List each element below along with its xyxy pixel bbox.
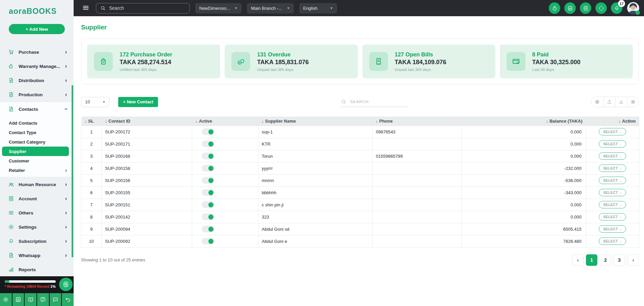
table-action-button[interactable] [591,97,603,107]
select-button[interactable]: SELECT ↓ [599,225,626,233]
select-button[interactable]: SELECT ↓ [599,140,626,148]
topbar-search-input[interactable] [109,5,185,11]
topbar-icon-button[interactable] [580,2,591,14]
active-toggle[interactable] [202,141,214,147]
sort-arrow-icon: ↓ [262,119,264,124]
prev-page-button[interactable]: ‹ [572,254,584,266]
active-toggle[interactable] [202,165,214,172]
cell-balance: 0.000 [462,150,586,162]
quick-tile-button[interactable] [37,293,49,306]
cell-active [192,138,258,150]
quick-tile-button[interactable] [25,293,36,306]
sidebar-item[interactable]: Purchase › [0,45,74,59]
bag-check-icon [99,57,108,66]
topbar-icon-button[interactable] [564,2,576,14]
topbar-dropdown[interactable]: Main Branch -... ▼ [247,3,293,14]
active-toggle[interactable] [202,153,214,159]
sidebar-scrollbar[interactable] [72,85,73,257]
submenu-item[interactable]: Customer [0,156,74,165]
sidebar-item[interactable]: Settings › [0,220,74,234]
page-button[interactable]: 1 [586,254,597,266]
topbar-dropdown[interactable]: NewDimensio... ▼ [195,3,241,14]
active-toggle[interactable] [202,213,214,220]
user-avatar[interactable] [627,2,639,14]
sidebar-item[interactable]: Warranty Manage... › [0,59,74,73]
gear-icon [8,224,14,230]
sidebar-item[interactable]: Distribution › [0,73,74,87]
table-search-input[interactable] [350,99,408,104]
table-row: 2 SUP-200171 KTR 0.000 SELECT [81,138,639,150]
add-new-button[interactable]: + Add New [9,24,65,34]
filter-fab-button[interactable] [59,278,73,291]
summary-card: 172 Purchase Order TAKA 258,274.514 Unfi… [87,45,220,78]
sidebar-item[interactable]: Subscription › [0,234,74,248]
hamburger-menu-button[interactable] [82,4,90,12]
active-toggle[interactable] [202,177,214,184]
sidebar-item[interactable]: Reports [0,262,74,277]
caret-down-icon: ↓ [620,190,622,195]
cell-balance: -232.000 [462,162,586,174]
sidebar-item-contacts[interactable]: Contacts › [0,102,74,116]
active-toggle[interactable] [202,128,214,135]
sidebar-item[interactable]: Production › [0,87,74,102]
header-sl[interactable]: ↓SL [81,117,102,126]
table-action-button[interactable] [615,97,627,107]
header-contact-id[interactable]: ↓Contact ID [102,117,192,126]
sidebar-item[interactable]: Others › [0,206,74,220]
app-root: aoraBOOKS + Add New Purchase › Warranty … [0,0,644,306]
document-icon [8,92,14,98]
summary-card-title: 127 Open Bills [395,51,446,58]
select-button[interactable]: SELECT ↓ [599,237,626,245]
active-toggle[interactable] [202,238,214,245]
topbar-search[interactable] [96,3,190,14]
quick-tile-button[interactable] [12,293,24,306]
table-action-button[interactable] [603,97,615,107]
help-icon [40,297,46,303]
quick-tile-button[interactable] [62,293,74,306]
active-toggle[interactable] [202,189,214,196]
active-toggle[interactable] [202,226,214,232]
table-search[interactable] [341,97,408,107]
page-button[interactable]: 3 [614,254,625,266]
chevron-down-icon: › [63,108,69,110]
select-button[interactable]: SELECT ↓ [599,201,626,208]
select-button[interactable]: SELECT ↓ [599,152,626,160]
select-button[interactable]: SELECT ↓ [599,164,626,172]
table-action-button[interactable] [627,97,639,107]
next-page-button[interactable]: › [627,254,639,266]
sidebar-item[interactable]: Human Resource › [0,177,74,192]
submenu-item[interactable]: Contact Category [0,137,74,147]
active-toggle[interactable] [202,201,214,208]
select-button[interactable]: SELECT ↓ [599,128,626,135]
topbar-icon-button[interactable] [595,2,607,14]
header-phone[interactable]: ↓Phone [372,117,462,126]
header-active[interactable]: ↓Active [192,117,258,126]
chevron-right-icon: › [65,63,67,69]
cell-action: SELECT ↓ [586,138,639,150]
submenu-item[interactable]: Supplier [2,147,69,156]
select-button[interactable]: SELECT ↓ [599,177,626,184]
submenu-item[interactable]: Add Contacts [0,118,74,128]
page-button[interactable]: 2 [600,254,611,266]
sidebar-item[interactable]: Whatsapp › [0,248,74,262]
header-balance[interactable]: ↓Balance (TAKA) [462,117,586,126]
submenu-item[interactable]: Retailer › [0,165,74,175]
cell-balance: -343.000 [462,186,586,199]
chevron-right-icon: › [65,210,67,215]
sidebar-item[interactable]: Account › [0,192,74,206]
new-contact-button[interactable]: + New Contact [118,97,158,107]
topbar-icon-button[interactable] [549,2,560,14]
select-button[interactable]: SELECT ↓ [599,189,626,196]
header-action[interactable]: ↓Action [586,117,639,126]
header-supplier-name[interactable]: ↓Supplier Name [258,117,372,126]
caret-down-icon: ↓ [620,215,622,219]
quick-tile-button[interactable] [0,293,12,306]
sidebar-menu: Purchase › Warranty Manage... › Distribu… [0,45,74,277]
quick-tile-button[interactable] [50,293,61,306]
submenu-item[interactable]: Contact Type [0,128,74,137]
caret-down-icon: ↓ [620,130,622,134]
topbar-dropdown[interactable]: English ▼ [299,3,337,14]
download-icon [619,99,624,104]
page-size-select[interactable]: 10 ▼ [81,97,109,107]
select-button[interactable]: SELECT ↓ [599,213,626,221]
